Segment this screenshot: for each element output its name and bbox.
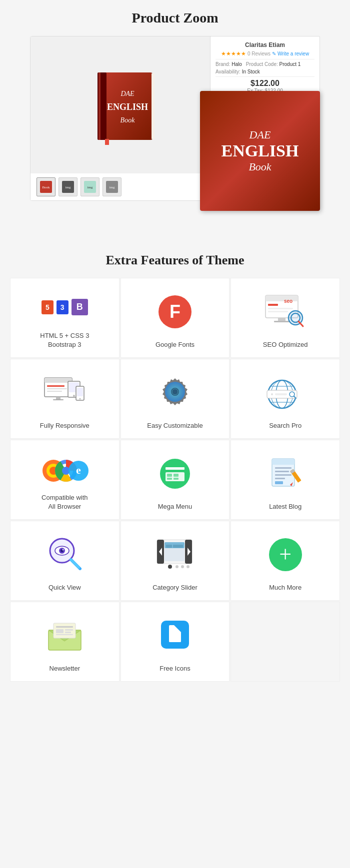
svg-text:DAE: DAE — [120, 90, 134, 97]
much-more-icon: + — [269, 538, 302, 571]
product-zoom-section: Product Zoom — [0, 0, 350, 248]
zoom-demo: DAE ENGLISH Book Book img img — [30, 36, 320, 231]
product-price: $122.00 — [216, 79, 314, 88]
thumbnail-3[interactable]: img — [80, 177, 100, 196]
svg-rect-76 — [275, 481, 283, 484]
svg-text:Book: Book — [42, 185, 50, 189]
feature-easy-customizable: Easy Customizable — [120, 359, 230, 439]
feature-compatible-browser: e Compatible withAll Browser — [10, 440, 120, 520]
fully-responsive-icon — [42, 375, 87, 410]
latest-blog-icon — [268, 456, 303, 491]
search-pro-icon — [263, 375, 308, 410]
svg-rect-20 — [268, 308, 293, 309]
svg-rect-102 — [56, 626, 73, 628]
zoom-enlarged-image: DAE ENGLISH Book — [200, 91, 320, 211]
free-icons-label: Free Icons — [160, 664, 190, 673]
svg-rect-74 — [275, 474, 292, 476]
svg-rect-18 — [266, 295, 298, 301]
empty-cell — [230, 602, 340, 682]
svg-text:ENGLISH: ENGLISH — [107, 102, 148, 112]
feature-newsletter: Newsletter — [10, 602, 120, 682]
feature-latest-blog: Latest Blog — [230, 440, 340, 520]
svg-point-37 — [73, 395, 75, 397]
svg-rect-103 — [56, 629, 64, 633]
search-pro-label: Search Pro — [269, 421, 302, 430]
product-stars: ★★★★★ 0 Reviews ✎ Write a review — [216, 50, 314, 57]
svg-rect-34 — [53, 399, 64, 400]
zoom-product-panel: DAE ENGLISH Book Book img img — [30, 36, 225, 201]
newsletter-icon — [46, 619, 84, 652]
svg-rect-19 — [268, 304, 278, 306]
svg-text:img: img — [88, 185, 93, 189]
thumbnail-2[interactable]: img — [58, 177, 78, 196]
svg-rect-95 — [173, 545, 183, 548]
google-fonts-icon: F — [158, 295, 192, 328]
zoom-main-image: DAE ENGLISH Book — [30, 36, 224, 173]
svg-point-99 — [186, 565, 190, 568]
svg-rect-66 — [167, 474, 172, 477]
svg-rect-106 — [56, 634, 73, 635]
features-grid: 5 3 B HTML 5 + CSS 3Bootstrap 3 F Google… — [10, 278, 340, 601]
svg-rect-75 — [275, 478, 285, 479]
thumbnail-4[interactable]: img — [102, 177, 122, 196]
seo-optimized-label: SEO Optimized — [263, 340, 308, 349]
newsletter-label: Newsletter — [50, 664, 80, 673]
book-svg-main: DAE ENGLISH Book — [88, 65, 168, 145]
feature-quick-view: Quick View — [10, 521, 120, 601]
extra-features-section: Extra Features of Theme 5 3 B HTML 5 + C… — [0, 248, 350, 697]
feature-search-pro: Search Pro — [230, 359, 340, 439]
easy-customizable-label: Easy Customizable — [147, 421, 202, 430]
product-meta: Brand: Halo Product Code: Product 1 — [216, 61, 314, 67]
html-css-bootstrap-icon: 5 3 B — [42, 299, 88, 315]
extra-features-title: Extra Features of Theme — [10, 253, 340, 268]
html-css-bootstrap-label: HTML 5 + CSS 3Bootstrap 3 — [40, 331, 89, 349]
feature-mega-menu: Mega Menu — [120, 440, 230, 520]
svg-rect-67 — [174, 474, 178, 477]
much-more-label: Much More — [269, 583, 302, 592]
latest-blog-label: Latest Blog — [269, 502, 302, 511]
svg-point-98 — [181, 565, 184, 568]
svg-rect-39 — [77, 388, 83, 396]
easy-customizable-icon — [158, 376, 192, 409]
bottom-row: Newsletter Free Icons — [10, 602, 340, 682]
feature-google-fonts: F Google Fonts — [120, 278, 230, 358]
svg-point-84 — [62, 549, 64, 551]
svg-point-53 — [271, 393, 273, 395]
svg-rect-7 — [105, 139, 109, 145]
svg-rect-69 — [174, 478, 178, 480]
category-slider-icon — [151, 536, 198, 573]
feature-html-css-bootstrap: 5 3 B HTML 5 + CSS 3Bootstrap 3 — [10, 278, 120, 358]
feature-seo-optimized: seo SEO Optimized — [230, 278, 340, 358]
svg-rect-104 — [65, 629, 73, 631]
svg-rect-32 — [47, 391, 62, 392]
svg-rect-68 — [167, 478, 172, 480]
svg-rect-54 — [275, 393, 287, 395]
svg-text:Book: Book — [120, 116, 136, 124]
zoom-thumbnails: Book img img img — [30, 173, 224, 200]
svg-rect-31 — [47, 388, 67, 389]
google-fonts-label: Google Fonts — [156, 340, 194, 349]
svg-text:seo: seo — [284, 298, 292, 304]
svg-rect-64 — [166, 467, 184, 470]
compatible-browser-icon: e — [41, 452, 88, 487]
thumbnail-1[interactable]: Book — [36, 177, 56, 196]
feature-fully-responsive: Fully Responsive — [10, 359, 120, 439]
svg-rect-2 — [98, 72, 100, 140]
svg-rect-3 — [152, 73, 154, 139]
product-name: Claritas Etiam — [216, 41, 314, 48]
svg-rect-73 — [275, 471, 289, 472]
quick-view-icon — [46, 536, 84, 573]
category-slider-label: Category Slider — [152, 583, 198, 592]
svg-text:img: img — [66, 185, 71, 189]
svg-line-86 — [71, 560, 79, 568]
svg-point-96 — [168, 565, 172, 569]
svg-rect-94 — [166, 545, 172, 548]
svg-rect-21 — [268, 311, 288, 312]
mega-menu-icon — [158, 457, 192, 490]
svg-rect-105 — [65, 632, 71, 633]
svg-rect-71 — [272, 459, 294, 465]
seo-optimized-icon: seo — [263, 293, 308, 330]
free-icons-icon — [160, 618, 190, 653]
product-zoom-title: Product Zoom — [10, 10, 340, 26]
svg-rect-72 — [275, 467, 292, 469]
